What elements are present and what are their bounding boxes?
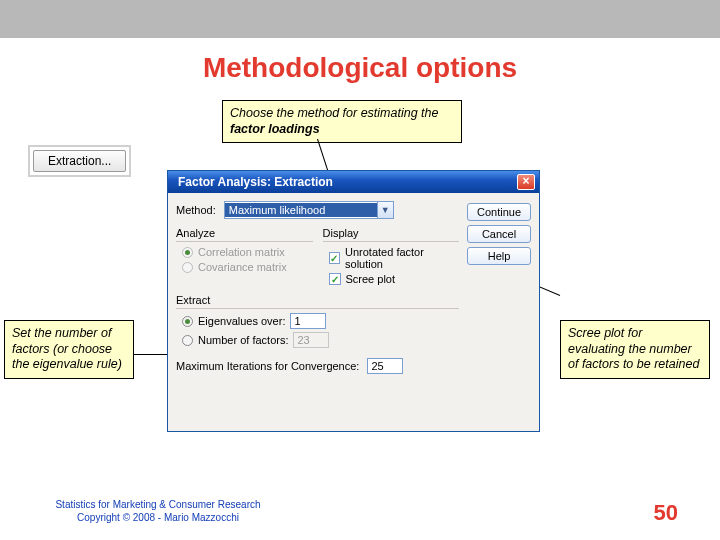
radio-covariance (182, 262, 193, 273)
check-scree[interactable]: ✓ (329, 273, 341, 285)
dialog-extraction: Factor Analysis: Extraction × Method: Ma… (167, 170, 540, 432)
footer-citation: Statistics for Marketing & Consumer Rese… (48, 498, 268, 524)
analyze-title: Analyze (176, 227, 313, 239)
page-number: 50 (654, 500, 678, 526)
slide-top-bar (0, 0, 720, 38)
radio-correlation-label: Correlation matrix (198, 246, 285, 258)
method-combobox[interactable]: Maximum likelihood ▼ (224, 201, 394, 219)
help-button[interactable]: Help (467, 247, 531, 265)
callout-method: Choose the method for estimating the fac… (222, 100, 462, 143)
check-scree-label: Scree plot (346, 273, 396, 285)
check-unrotated-label: Unrotated factor solution (345, 246, 459, 270)
dialog-titlebar: Factor Analysis: Extraction × (168, 171, 539, 193)
callout-method-text: Choose the method for estimating the (230, 106, 438, 120)
method-value: Maximum likelihood (225, 203, 377, 217)
citation-line2: Copyright © 2008 - Mario Mazzocchi (48, 511, 268, 524)
radio-number-factors[interactable] (182, 335, 193, 346)
radio-eigenvalues-label: Eigenvalues over: (198, 315, 285, 327)
cancel-button[interactable]: Cancel (467, 225, 531, 243)
radio-covariance-label: Covariance matrix (198, 261, 287, 273)
method-label: Method: (176, 204, 216, 216)
extraction-button[interactable]: Extraction... (33, 150, 126, 172)
radio-eigenvalues[interactable] (182, 316, 193, 327)
slide-title: Methodological options (0, 52, 720, 84)
callout-method-bold: factor loadings (230, 122, 320, 136)
continue-button[interactable]: Continue (467, 203, 531, 221)
chevron-down-icon[interactable]: ▼ (377, 202, 393, 218)
close-icon[interactable]: × (517, 174, 535, 190)
eigenvalues-input[interactable]: 1 (290, 313, 326, 329)
maxiter-input[interactable]: 25 (367, 358, 403, 374)
callout-scree: Scree plot for evaluating the number of … (560, 320, 710, 379)
citation-line1: Statistics for Marketing & Consumer Rese… (48, 498, 268, 511)
maxiter-label: Maximum Iterations for Convergence: (176, 360, 359, 372)
dialog-title: Factor Analysis: Extraction (178, 175, 333, 189)
display-title: Display (323, 227, 460, 239)
radio-correlation (182, 247, 193, 258)
callout-factors: Set the number of factors (or choose the… (4, 320, 134, 379)
check-unrotated[interactable]: ✓ (329, 252, 341, 264)
radio-number-factors-label: Number of factors: (198, 334, 288, 346)
extract-title: Extract (176, 294, 459, 306)
extraction-button-container: Extraction... (28, 145, 131, 177)
number-factors-input: 23 (293, 332, 329, 348)
